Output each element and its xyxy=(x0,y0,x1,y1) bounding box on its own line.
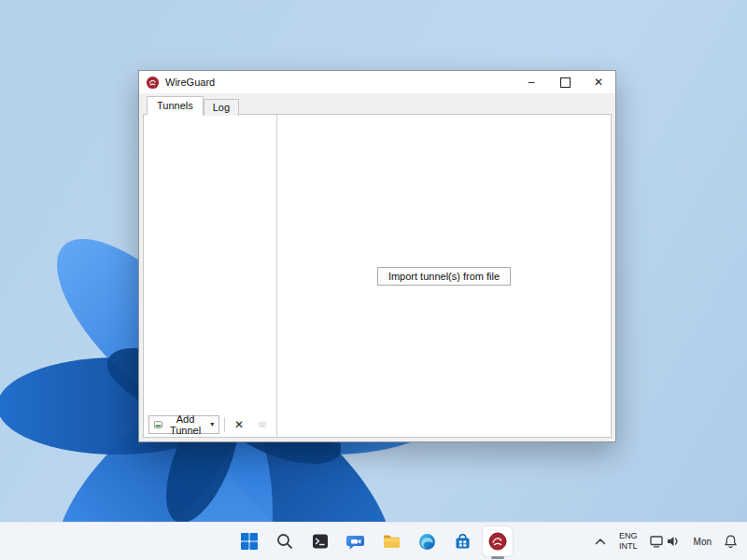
maximize-icon xyxy=(560,77,571,88)
language-bottom: INTL xyxy=(619,541,638,552)
taskbar-center-icons xyxy=(234,526,513,556)
tunnel-list[interactable] xyxy=(144,115,276,412)
network-icon xyxy=(650,534,682,549)
import-tunnel-button[interactable]: Import tunnel(s) from file xyxy=(377,267,511,286)
remove-tunnel-icon: ✕ xyxy=(234,418,244,431)
search-icon xyxy=(275,532,294,551)
network-volume-button[interactable] xyxy=(648,532,684,551)
chat-button[interactable] xyxy=(341,526,371,556)
notification-center-button[interactable] xyxy=(722,532,740,551)
tunnels-page: Add Tunnel ▾ ✕ xyxy=(143,114,612,438)
system-tray: ENG INTL Mon xyxy=(592,523,740,560)
add-tunnel-icon xyxy=(154,420,162,429)
tab-tunnels[interactable]: Tunnels xyxy=(147,96,204,115)
tunnel-list-toolbar: Add Tunnel ▾ ✕ xyxy=(144,412,276,437)
hidden-icons-button[interactable] xyxy=(592,535,609,549)
toolbar-separator xyxy=(224,417,225,432)
wireguard-window: WireGuard – ✕ Tunnels Log Add Tunnel ▾ xyxy=(138,70,616,442)
wireguard-taskbar-button[interactable] xyxy=(483,526,513,556)
edge-icon xyxy=(417,532,437,552)
store-icon xyxy=(453,532,472,552)
tunnel-detail-pane: Import tunnel(s) from file xyxy=(277,115,611,437)
export-tunnels-button[interactable] xyxy=(253,415,272,434)
close-button[interactable]: ✕ xyxy=(582,71,615,93)
window-titlebar[interactable]: WireGuard – ✕ xyxy=(139,71,615,93)
volume-icon xyxy=(668,537,674,546)
edge-button[interactable] xyxy=(412,526,442,556)
terminal-button[interactable] xyxy=(305,526,335,556)
window-title: WireGuard xyxy=(165,77,514,88)
clock-date[interactable]: Mon xyxy=(692,535,713,549)
file-explorer-icon xyxy=(382,532,402,552)
bell-icon xyxy=(724,534,738,549)
add-tunnel-label: Add Tunnel xyxy=(166,413,204,436)
taskbar: ENG INTL Mon xyxy=(0,522,747,560)
remove-tunnel-button[interactable]: ✕ xyxy=(230,415,248,434)
file-explorer-button[interactable] xyxy=(376,526,406,556)
wireguard-logo-icon xyxy=(146,76,160,90)
tab-strip: Tunnels Log xyxy=(139,93,615,114)
chat-icon xyxy=(346,532,366,552)
wireguard-icon xyxy=(487,531,508,552)
start-button[interactable] xyxy=(234,526,264,556)
tunnel-list-panel: Add Tunnel ▾ ✕ xyxy=(144,115,277,437)
export-tunnels-icon xyxy=(259,419,266,430)
store-button[interactable] xyxy=(447,526,477,556)
language-indicator[interactable]: ENG INTL xyxy=(617,529,640,553)
minimize-button[interactable]: – xyxy=(514,71,548,93)
active-app-indicator xyxy=(491,556,504,559)
start-icon xyxy=(240,532,259,551)
chevron-up-icon xyxy=(594,537,607,547)
terminal-icon xyxy=(311,532,330,551)
add-tunnel-button[interactable]: Add Tunnel ▾ xyxy=(148,415,219,434)
language-top: ENG xyxy=(619,531,638,541)
tab-log[interactable]: Log xyxy=(204,99,239,116)
chevron-down-icon: ▾ xyxy=(210,420,214,428)
day-label: Mon xyxy=(694,537,712,547)
maximize-button[interactable] xyxy=(548,71,582,93)
search-button[interactable] xyxy=(270,526,300,556)
